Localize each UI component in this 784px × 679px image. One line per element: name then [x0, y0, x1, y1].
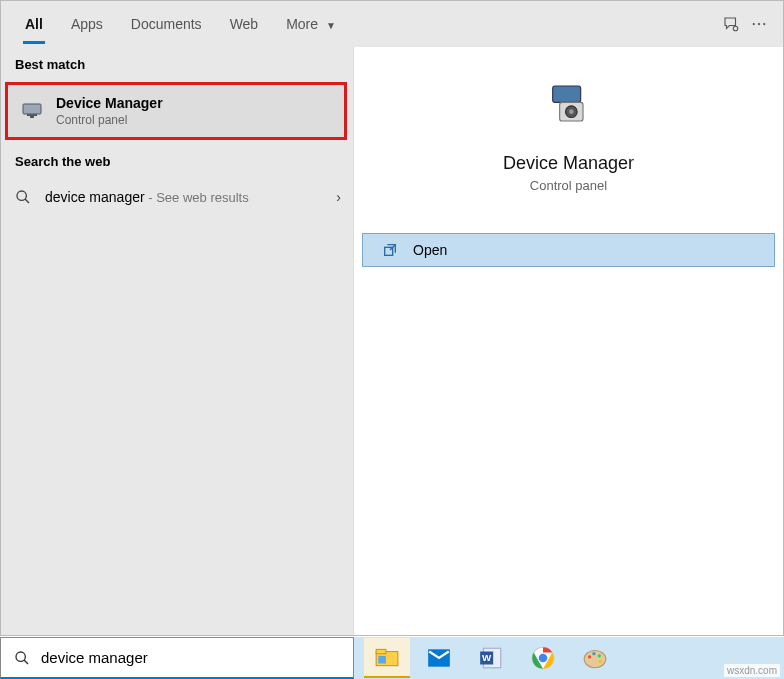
taskbar: W: [354, 637, 784, 679]
tab-more[interactable]: More ▼: [272, 4, 350, 44]
svg-point-3: [763, 23, 765, 25]
tab-apps[interactable]: Apps: [57, 4, 117, 44]
search-results-panel: All Apps Documents Web More ▼ Best match…: [0, 0, 784, 636]
ellipsis-icon[interactable]: [745, 10, 773, 38]
results-list: Best match Device Manager Control panel …: [1, 47, 353, 635]
svg-text:W: W: [482, 652, 492, 663]
tab-all[interactable]: All: [11, 4, 57, 44]
section-search-web: Search the web: [1, 144, 353, 175]
taskbar-app-paint[interactable]: [572, 638, 618, 678]
svg-point-29: [599, 660, 602, 663]
main-columns: Best match Device Manager Control panel …: [1, 47, 783, 635]
web-search-result[interactable]: device manager - See web results ›: [1, 175, 353, 219]
result-device-manager[interactable]: Device Manager Control panel: [5, 82, 347, 140]
svg-point-0: [733, 26, 738, 31]
preview-pane: Device Manager Control panel Open: [353, 47, 783, 635]
open-label: Open: [413, 242, 447, 258]
svg-point-1: [753, 23, 755, 25]
svg-point-24: [539, 654, 548, 663]
svg-point-2: [758, 23, 760, 25]
svg-rect-18: [378, 656, 386, 664]
svg-point-27: [592, 652, 595, 655]
open-icon: [381, 241, 399, 259]
web-query: device manager: [45, 189, 145, 205]
svg-rect-4: [23, 104, 41, 114]
filter-tabs: All Apps Documents Web More ▼: [1, 1, 783, 47]
result-title: Device Manager: [56, 95, 163, 111]
chevron-right-icon: ›: [336, 189, 341, 205]
svg-point-14: [16, 652, 25, 661]
preview-subtitle: Control panel: [530, 178, 607, 193]
svg-line-15: [24, 660, 28, 664]
svg-rect-6: [30, 116, 34, 118]
svg-rect-9: [552, 86, 580, 102]
taskbar-app-mail[interactable]: [416, 638, 462, 678]
search-icon: [13, 649, 31, 667]
tab-documents[interactable]: Documents: [117, 4, 216, 44]
svg-point-7: [17, 191, 26, 200]
preview-header: Device Manager Control panel: [354, 47, 783, 211]
svg-point-28: [598, 654, 601, 657]
taskbar-app-explorer[interactable]: [364, 638, 410, 678]
search-box[interactable]: [0, 637, 354, 679]
open-action[interactable]: Open: [362, 233, 775, 267]
svg-point-12: [569, 109, 574, 114]
preview-title: Device Manager: [503, 153, 634, 174]
taskbar-app-chrome[interactable]: [520, 638, 566, 678]
svg-line-8: [25, 199, 29, 203]
control-panel-icon: [20, 99, 44, 123]
section-best-match: Best match: [1, 47, 353, 78]
watermark: wsxdn.com: [724, 664, 780, 677]
svg-point-26: [588, 655, 591, 658]
taskbar-app-word[interactable]: W: [468, 638, 514, 678]
device-manager-large-icon: [537, 75, 601, 139]
chevron-down-icon: ▼: [326, 20, 336, 31]
feedback-icon[interactable]: [717, 10, 745, 38]
search-icon: [13, 187, 33, 207]
result-subtitle: Control panel: [56, 113, 163, 127]
svg-rect-5: [27, 114, 37, 116]
tab-more-label: More: [286, 16, 318, 32]
web-suffix: - See web results: [145, 190, 249, 205]
search-input[interactable]: [41, 649, 341, 666]
svg-rect-17: [376, 649, 386, 653]
tab-web[interactable]: Web: [216, 4, 273, 44]
